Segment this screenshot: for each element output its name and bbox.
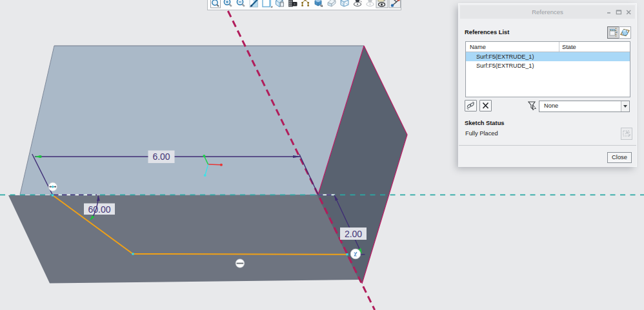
svg-text:6.00: 6.00 [152, 151, 170, 162]
svg-text:60.00: 60.00 [88, 204, 110, 215]
svg-text:2.00: 2.00 [345, 229, 362, 239]
